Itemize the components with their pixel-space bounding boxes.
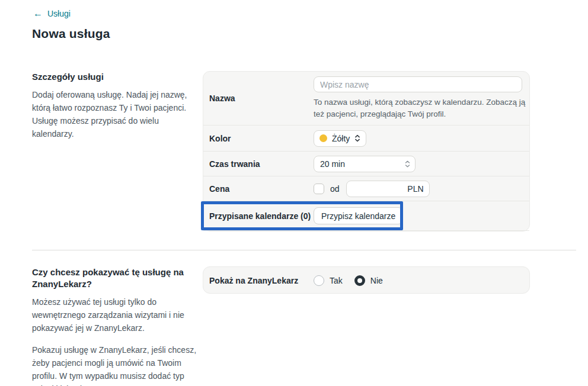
radio-selected-icon: [354, 275, 365, 286]
field-row-name: Nazwa To nazwa usługi, którą zobaczysz w…: [203, 72, 529, 126]
field-row-price: Cena od PLN: [203, 176, 529, 201]
duration-select[interactable]: 20 min: [314, 156, 416, 172]
back-link[interactable]: ← Usługi: [33, 9, 71, 18]
visibility-panel: Pokaż na ZnanyLekarz Tak Nie: [203, 266, 530, 294]
radio-unselected-icon: [314, 275, 324, 286]
field-row-color: Kolor Żółty: [203, 126, 529, 152]
assign-calendars-button[interactable]: Przypisz kalendarze: [314, 207, 403, 224]
section-divider: [32, 250, 576, 250]
visibility-paragraph-1: Możesz używać tej usługi tylko do wewnęt…: [32, 295, 203, 334]
service-details-panel: Nazwa To nazwa usługi, którą zobaczysz w…: [203, 71, 530, 231]
price-checkbox[interactable]: [314, 184, 324, 194]
radio-tak-label: Tak: [330, 276, 343, 285]
service-details-heading: Szczegóły usługi: [32, 71, 203, 83]
show-on-znanylekarz-label: Pokaż na ZnanyLekarz: [209, 276, 314, 285]
color-label: Kolor: [209, 134, 314, 143]
back-link-label: Usługi: [47, 9, 71, 18]
color-swatch-yellow-icon: [319, 134, 327, 142]
duration-label: Czas trwania: [209, 159, 314, 169]
radio-option-tak[interactable]: Tak: [314, 275, 343, 286]
field-row-duration: Czas trwania 20 min: [203, 152, 529, 176]
price-currency-label: PLN: [407, 184, 423, 194]
visibility-intro: Czy chcesz pokazywać tę usługę na ZnanyL…: [32, 266, 203, 386]
service-details-description: Dodaj oferowaną usługę. Nadaj jej nazwę,…: [32, 88, 203, 140]
calendars-label: Przypisane kalendarze (0): [209, 211, 314, 221]
radio-option-nie[interactable]: Nie: [354, 275, 383, 286]
name-helper-text: To nazwa usługi, którą zobaczysz w kalen…: [314, 96, 532, 120]
section-visibility: Czy chcesz pokazywać tę usługę na ZnanyL…: [32, 266, 588, 386]
field-row-calendars: Przypisane kalendarze (0) Przypisz kalen…: [203, 201, 529, 231]
page: ← Usługi Nowa usługa Szczegóły usługi Do…: [0, 0, 588, 386]
show-on-znanylekarz-radio-group: Tak Nie: [314, 275, 522, 286]
price-input[interactable]: PLN: [346, 181, 430, 197]
field-row-show-on-znanylekarz: Pokaż na ZnanyLekarz Tak Nie: [203, 267, 529, 294]
name-input[interactable]: [314, 76, 522, 92]
back-arrow-icon: ←: [33, 9, 43, 18]
stepper-updown-icon: [405, 160, 410, 168]
chevron-updown-icon: [354, 134, 360, 143]
service-details-intro: Szczegóły usługi Dodaj oferowaną usługę.…: [32, 71, 203, 140]
section-service-details: Szczegóły usługi Dodaj oferowaną usługę.…: [32, 71, 588, 231]
visibility-paragraph-2: Pokazuj usługę w ZnanyLekarz, jeśli chce…: [32, 343, 203, 386]
name-label: Nazwa: [209, 94, 314, 103]
price-label: Cena: [209, 184, 314, 194]
radio-nie-label: Nie: [370, 276, 383, 285]
price-prefix-label: od: [330, 184, 340, 194]
visibility-heading: Czy chcesz pokazywać tę usługę na ZnanyL…: [32, 266, 203, 290]
color-select[interactable]: Żółty: [314, 130, 366, 147]
color-selected-value: Żółty: [332, 134, 350, 143]
page-title: Nowa usługa: [32, 27, 588, 41]
duration-selected-value: 20 min: [320, 159, 345, 169]
